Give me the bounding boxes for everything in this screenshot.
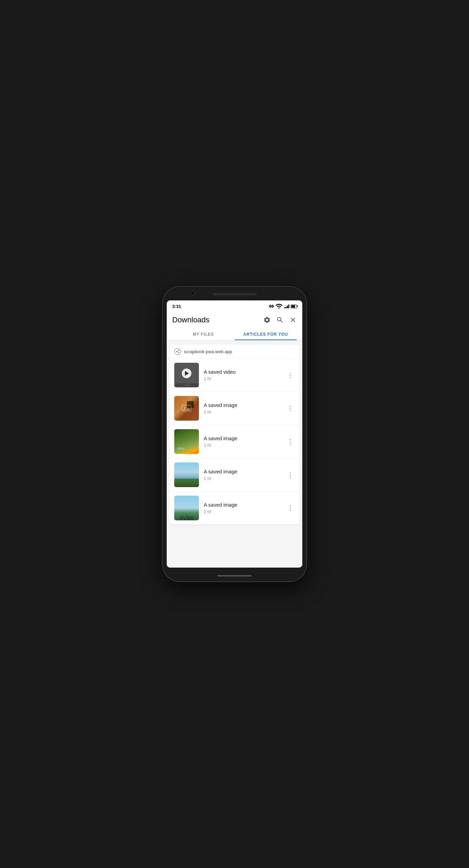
image-placeholder [176, 442, 186, 452]
svg-rect-7 [190, 517, 193, 520]
list-item[interactable]: A saved image 1 hr ⋮ [169, 392, 300, 425]
svg-rect-3 [182, 515, 183, 520]
list-item[interactable]: A saved image 1 hr ⋮ [169, 425, 300, 458]
item-4-title: A saved image [204, 469, 281, 474]
list-item[interactable]: A saved video 1 hr ⋮ [169, 359, 300, 392]
item-1-title: A saved video [204, 369, 281, 375]
phone-screen: 3:31 [167, 300, 302, 568]
tabs-container: MY FILES ARTICLES FOR YOU [172, 328, 297, 340]
item-2-menu-button[interactable]: ⋮ [286, 403, 295, 413]
tab-my-files[interactable]: MY FILES [172, 328, 234, 340]
item-2-thumbnail [174, 396, 199, 421]
header-top: Downloads [172, 315, 297, 324]
video-monitor-icon [174, 363, 199, 387]
wifi-icon [275, 302, 283, 310]
status-icons [269, 302, 297, 310]
item-2-title: A saved image [204, 402, 281, 408]
item-1-meta: 1 hr [204, 376, 281, 381]
item-4-image [174, 462, 199, 487]
app-title: Downloads [172, 315, 210, 324]
item-5-thumbnail [174, 496, 199, 520]
header-actions [263, 316, 297, 324]
content-area[interactable]: scrapbook-pwa.web.app [167, 340, 302, 568]
home-bar [217, 575, 252, 576]
item-5-image [174, 496, 199, 520]
item-3-meta: 1 hr [204, 443, 281, 448]
list-item[interactable]: A saved image 1 hr ⋮ [169, 492, 300, 524]
item-3-thumbnail [174, 429, 199, 454]
source-group: scrapbook-pwa.web.app [169, 345, 300, 524]
share-icon [174, 348, 181, 355]
item-1-menu-button[interactable]: ⋮ [286, 370, 295, 380]
gear-icon [263, 316, 271, 324]
svg-rect-4 [183, 517, 186, 520]
item-1-thumbnail [174, 363, 199, 387]
share-svg [176, 349, 180, 354]
item-5-meta: 1 hr [204, 509, 281, 514]
phone-device: 3:31 [163, 287, 306, 581]
list-item[interactable]: A saved image 1 hr ⋮ [169, 458, 300, 492]
tab-articles-for-you[interactable]: ARTICLES FOR YOU [234, 328, 297, 340]
item-5-menu-button[interactable]: ⋮ [286, 503, 295, 513]
search-icon [276, 316, 284, 324]
source-name: scrapbook-pwa.web.app [184, 349, 232, 354]
item-4-meta: 1 hr [204, 476, 281, 481]
svg-rect-6 [187, 516, 190, 520]
item-3-info: A saved image 1 hr [204, 435, 281, 448]
close-button[interactable] [289, 316, 297, 324]
battery-icon [291, 305, 297, 308]
search-button[interactable] [276, 316, 284, 324]
city-silhouette [174, 513, 199, 520]
item-2-info: A saved image 1 hr [204, 402, 281, 414]
camera [190, 291, 195, 296]
image-placeholder [181, 403, 192, 413]
item-2-meta: 1 hr [204, 409, 281, 414]
item-5-info: A saved image 1 hr [204, 502, 281, 514]
item-1-info: A saved video 1 hr [204, 369, 281, 381]
close-icon [289, 316, 297, 324]
play-button-icon [182, 369, 191, 378]
item-2-image [174, 396, 199, 421]
status-time: 3:31 [172, 304, 181, 309]
source-header: scrapbook-pwa.web.app [169, 345, 300, 359]
app-header: Downloads [167, 311, 302, 340]
item-3-title: A saved image [204, 435, 281, 441]
item-4-thumbnail [174, 462, 199, 487]
item-3-menu-button[interactable]: ⋮ [286, 436, 295, 447]
item-4-info: A saved image 1 hr [204, 469, 281, 481]
item-4-menu-button[interactable]: ⋮ [286, 470, 295, 480]
item-3-image [174, 429, 199, 454]
svg-rect-2 [180, 516, 181, 520]
item-5-title: A saved image [204, 502, 281, 508]
vibrate-icon [269, 305, 274, 308]
settings-button[interactable] [263, 316, 271, 324]
status-bar: 3:31 [167, 300, 302, 311]
svg-rect-5 [186, 514, 187, 520]
signal-icon [284, 304, 289, 308]
